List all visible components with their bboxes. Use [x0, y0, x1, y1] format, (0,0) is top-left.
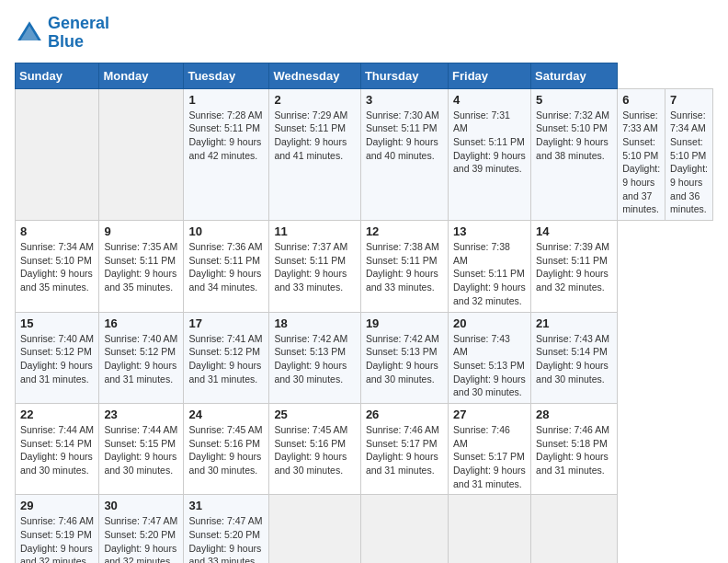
day-cell-11: 11Sunrise: 7:37 AMSunset: 5:11 PMDayligh… [269, 221, 361, 312]
day-detail: Sunrise: 7:34 AMSunset: 5:10 PMDaylight:… [20, 240, 94, 294]
empty-cell [531, 495, 618, 563]
day-cell-20: 20Sunrise: 7:43 AMSunset: 5:13 PMDayligh… [449, 312, 531, 403]
day-number: 21 [536, 316, 612, 330]
day-number: 23 [104, 408, 178, 421]
calendar-week-4: 22Sunrise: 7:44 AMSunset: 5:14 PMDayligh… [16, 403, 713, 494]
day-cell-28: 28Sunrise: 7:46 AMSunset: 5:18 PMDayligh… [531, 403, 618, 494]
day-detail: Sunrise: 7:44 AMSunset: 5:14 PMDaylight:… [20, 423, 94, 477]
day-number: 12 [366, 224, 443, 238]
day-number: 27 [453, 408, 526, 421]
day-detail: Sunrise: 7:29 AMSunset: 5:11 PMDaylight:… [274, 109, 356, 163]
day-number: 11 [274, 224, 356, 238]
day-number: 7 [670, 93, 708, 107]
day-cell-10: 10Sunrise: 7:36 AMSunset: 5:11 PMDayligh… [184, 221, 269, 312]
day-detail: Sunrise: 7:47 AMSunset: 5:20 PMDaylight:… [104, 514, 178, 563]
day-number: 1 [188, 93, 264, 107]
day-cell-2: 2Sunrise: 7:29 AMSunset: 5:11 PMDaylight… [269, 88, 361, 221]
day-cell-7: 7Sunrise: 7:34 AMSunset: 5:10 PMDaylight… [665, 88, 713, 221]
day-detail: Sunrise: 7:38 AMSunset: 5:11 PMDaylight:… [453, 240, 526, 307]
day-cell-26: 26Sunrise: 7:46 AMSunset: 5:17 PMDayligh… [360, 403, 448, 494]
day-number: 26 [366, 408, 443, 421]
header-wednesday: Wednesday [269, 63, 361, 88]
day-detail: Sunrise: 7:40 AMSunset: 5:12 PMDaylight:… [104, 332, 178, 386]
day-cell-6: 6Sunrise: 7:33 AMSunset: 5:10 PMDaylight… [618, 88, 665, 221]
calendar-week-5: 29Sunrise: 7:46 AMSunset: 5:19 PMDayligh… [16, 495, 713, 563]
day-number: 25 [274, 408, 356, 421]
day-cell-8: 8Sunrise: 7:34 AMSunset: 5:10 PMDaylight… [16, 221, 99, 312]
day-number: 30 [104, 499, 178, 512]
day-cell-24: 24Sunrise: 7:45 AMSunset: 5:16 PMDayligh… [184, 403, 269, 494]
day-cell-31: 31Sunrise: 7:47 AMSunset: 5:20 PMDayligh… [184, 495, 269, 563]
day-detail: Sunrise: 7:40 AMSunset: 5:12 PMDaylight:… [20, 332, 94, 386]
logo: General Blue [15, 15, 109, 52]
day-number: 14 [536, 224, 612, 238]
day-number: 19 [366, 316, 443, 330]
header-saturday: Saturday [531, 63, 618, 88]
logo-icon [15, 18, 44, 48]
day-cell-27: 27Sunrise: 7:46 AMSunset: 5:17 PMDayligh… [449, 403, 531, 494]
day-cell-12: 12Sunrise: 7:38 AMSunset: 5:11 PMDayligh… [360, 221, 448, 312]
day-cell-4: 4Sunrise: 7:31 AMSunset: 5:11 PMDaylight… [449, 88, 531, 221]
day-detail: Sunrise: 7:43 AMSunset: 5:13 PMDaylight:… [453, 332, 526, 399]
day-number: 28 [536, 408, 612, 421]
day-cell-18: 18Sunrise: 7:42 AMSunset: 5:13 PMDayligh… [269, 312, 361, 403]
empty-cell [360, 495, 448, 563]
day-number: 17 [188, 316, 264, 330]
day-cell-19: 19Sunrise: 7:42 AMSunset: 5:13 PMDayligh… [360, 312, 448, 403]
day-number: 4 [453, 93, 526, 107]
header-tuesday: Tuesday [184, 63, 269, 88]
day-detail: Sunrise: 7:42 AMSunset: 5:13 PMDaylight:… [274, 332, 356, 386]
empty-cell [449, 495, 531, 563]
page-header: General Blue [15, 15, 713, 52]
day-detail: Sunrise: 7:33 AMSunset: 5:10 PMDaylight:… [622, 109, 660, 217]
empty-cell [99, 88, 184, 221]
day-detail: Sunrise: 7:46 AMSunset: 5:18 PMDaylight:… [536, 423, 612, 477]
day-cell-17: 17Sunrise: 7:41 AMSunset: 5:12 PMDayligh… [184, 312, 269, 403]
header-sunday: Sunday [16, 63, 99, 88]
day-cell-23: 23Sunrise: 7:44 AMSunset: 5:15 PMDayligh… [99, 403, 184, 494]
day-cell-22: 22Sunrise: 7:44 AMSunset: 5:14 PMDayligh… [16, 403, 99, 494]
day-detail: Sunrise: 7:45 AMSunset: 5:16 PMDaylight:… [274, 423, 356, 477]
day-cell-16: 16Sunrise: 7:40 AMSunset: 5:12 PMDayligh… [99, 312, 184, 403]
day-number: 13 [453, 224, 526, 238]
day-cell-30: 30Sunrise: 7:47 AMSunset: 5:20 PMDayligh… [99, 495, 184, 563]
calendar-header-row: SundayMondayTuesdayWednesdayThursdayFrid… [16, 63, 713, 88]
calendar-week-1: 1Sunrise: 7:28 AMSunset: 5:11 PMDaylight… [16, 88, 713, 221]
day-number: 20 [453, 316, 526, 330]
day-cell-29: 29Sunrise: 7:46 AMSunset: 5:19 PMDayligh… [16, 495, 99, 563]
day-number: 3 [366, 93, 443, 107]
day-cell-13: 13Sunrise: 7:38 AMSunset: 5:11 PMDayligh… [449, 221, 531, 312]
day-number: 5 [536, 93, 612, 107]
day-number: 10 [188, 224, 264, 238]
day-detail: Sunrise: 7:45 AMSunset: 5:16 PMDaylight:… [188, 423, 264, 477]
logo-text: General Blue [48, 15, 109, 52]
day-number: 22 [20, 408, 94, 421]
day-number: 31 [188, 499, 264, 512]
day-detail: Sunrise: 7:32 AMSunset: 5:10 PMDaylight:… [536, 109, 612, 163]
day-number: 24 [188, 408, 264, 421]
day-number: 6 [622, 93, 660, 107]
day-cell-15: 15Sunrise: 7:40 AMSunset: 5:12 PMDayligh… [16, 312, 99, 403]
day-detail: Sunrise: 7:35 AMSunset: 5:11 PMDaylight:… [104, 240, 178, 294]
day-detail: Sunrise: 7:44 AMSunset: 5:15 PMDaylight:… [104, 423, 178, 477]
day-number: 29 [20, 499, 94, 512]
day-cell-25: 25Sunrise: 7:45 AMSunset: 5:16 PMDayligh… [269, 403, 361, 494]
day-cell-9: 9Sunrise: 7:35 AMSunset: 5:11 PMDaylight… [99, 221, 184, 312]
day-number: 8 [20, 224, 94, 238]
day-cell-14: 14Sunrise: 7:39 AMSunset: 5:11 PMDayligh… [531, 221, 618, 312]
day-detail: Sunrise: 7:30 AMSunset: 5:11 PMDaylight:… [366, 109, 443, 163]
day-number: 9 [104, 224, 178, 238]
day-detail: Sunrise: 7:46 AMSunset: 5:17 PMDaylight:… [366, 423, 443, 477]
day-cell-21: 21Sunrise: 7:43 AMSunset: 5:14 PMDayligh… [531, 312, 618, 403]
day-detail: Sunrise: 7:47 AMSunset: 5:20 PMDaylight:… [188, 514, 264, 563]
calendar-week-2: 8Sunrise: 7:34 AMSunset: 5:10 PMDaylight… [16, 221, 713, 312]
day-detail: Sunrise: 7:46 AMSunset: 5:17 PMDaylight:… [453, 423, 526, 490]
calendar-week-3: 15Sunrise: 7:40 AMSunset: 5:12 PMDayligh… [16, 312, 713, 403]
day-cell-3: 3Sunrise: 7:30 AMSunset: 5:11 PMDaylight… [360, 88, 448, 221]
day-cell-1: 1Sunrise: 7:28 AMSunset: 5:11 PMDaylight… [184, 88, 269, 221]
empty-cell [269, 495, 361, 563]
empty-cell [16, 88, 99, 221]
day-detail: Sunrise: 7:34 AMSunset: 5:10 PMDaylight:… [670, 109, 708, 217]
day-detail: Sunrise: 7:28 AMSunset: 5:11 PMDaylight:… [188, 109, 264, 163]
header-friday: Friday [449, 63, 531, 88]
